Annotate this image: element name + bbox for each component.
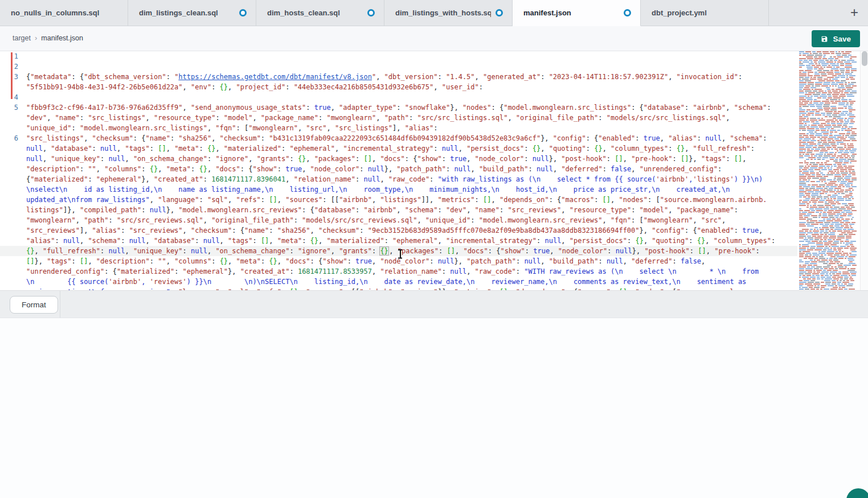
tab-unsaved-dot-icon[interactable] <box>624 9 631 17</box>
minimap-mark <box>842 174 847 175</box>
minimap-mark <box>799 67 802 68</box>
minimap-mark <box>850 58 852 59</box>
tab-unsaved-dot-icon[interactable] <box>367 9 375 17</box>
minimap-mark <box>814 203 816 204</box>
minimap-mark <box>826 72 833 73</box>
minimap-mark <box>815 84 822 85</box>
minimap-mark <box>828 138 833 139</box>
minimap-mark <box>843 213 847 215</box>
token: "docs" <box>380 155 404 163</box>
token: : <box>442 155 450 163</box>
minimap-mark <box>812 253 817 254</box>
minimap-mark <box>829 116 832 117</box>
tab-unsaved-dot-icon[interactable] <box>496 9 503 17</box>
minimap-mark <box>841 207 845 208</box>
minimap-mark <box>809 287 813 288</box>
line-number <box>0 154 26 164</box>
code-row-text: null, "database": null, "tags": [], "met… <box>26 143 755 154</box>
minimap-mark <box>820 178 826 179</box>
minimap-mark <box>802 130 806 131</box>
minimap-mark <box>799 89 802 90</box>
minimap-mark <box>827 212 832 213</box>
minimap-mark <box>804 160 806 162</box>
token: [] <box>734 155 742 163</box>
minimap-mark <box>811 198 815 199</box>
scrollbar-thumb[interactable] <box>862 51 867 66</box>
minimap-mark <box>841 261 848 262</box>
minimap-mark <box>836 217 838 218</box>
save-button[interactable]: Save <box>812 30 860 47</box>
minimap-mark <box>806 67 813 68</box>
token: : <box>685 104 693 112</box>
minimap-mark <box>816 133 822 134</box>
token: "models/src/src_listings.sql" <box>607 114 726 122</box>
format-button[interactable]: Format <box>10 296 58 314</box>
minimap-mark <box>821 113 825 114</box>
minimap-mark <box>799 60 803 61</box>
minimap-mark <box>840 65 844 66</box>
minimap-mark <box>838 131 842 133</box>
token: "show" <box>417 155 441 163</box>
minimap-mark <box>839 268 846 269</box>
minimap-mark <box>810 77 812 78</box>
minimap-mark <box>799 145 805 146</box>
minimap-mark <box>824 268 828 269</box>
minimap-mark <box>805 97 812 98</box>
tab-dim-hosts-clean-sql[interactable]: dim_hosts_clean.sql <box>256 0 384 26</box>
minimap-mark <box>832 246 839 247</box>
minimap-mark <box>826 186 829 187</box>
token: "" <box>88 165 96 173</box>
token: : <box>183 247 191 255</box>
minimap-mark <box>832 125 836 126</box>
minimap-mark <box>849 253 851 254</box>
minimap-mark <box>837 190 839 191</box>
token: "unique_key" <box>133 247 183 255</box>
minimap-mark <box>805 237 806 238</box>
minimap[interactable] <box>797 51 857 290</box>
tab-manifest-json[interactable]: manifest.json <box>513 0 641 26</box>
tab-unsaved-dot-icon[interactable] <box>239 9 247 17</box>
minimap-mark <box>805 85 810 87</box>
minimap-mark <box>851 186 857 187</box>
minimap-mark <box>821 63 829 64</box>
line-number <box>0 266 26 277</box>
token: : <box>672 155 680 163</box>
token: : [[ <box>322 196 339 204</box>
minimap-mark <box>841 154 848 155</box>
tab-dim-listings-clean-sql[interactable]: dim_listings_clean.sql <box>128 0 256 26</box>
tab-dbt-project-yml[interactable]: dbt_project.yml <box>641 0 769 26</box>
new-tab-button[interactable]: + <box>845 3 863 22</box>
minimap-mark <box>830 133 832 134</box>
tab-no-nulls-in-columns-sql[interactable]: no_nulls_in_columns.sql <box>0 0 128 26</box>
minimap-mark <box>803 131 808 133</box>
minimap-mark <box>844 248 849 249</box>
minimap-mark <box>823 263 828 264</box>
token: "send_anonymous_usage_stats" <box>191 104 306 112</box>
minimap-mark <box>813 101 821 102</box>
minimap-mark <box>833 179 836 180</box>
tab-dim-listings-with-hosts-sql[interactable]: dim_listings_with_hosts.sql <box>384 0 513 26</box>
save-floppy-icon <box>821 35 828 43</box>
token: : <box>121 227 129 234</box>
minimap-mark <box>812 114 814 116</box>
minimap-mark <box>807 118 809 119</box>
code-editor[interactable]: 123{"metadata": {"dbt_schema_version": "… <box>0 51 797 290</box>
minimap-mark <box>839 149 845 150</box>
minimap-mark <box>816 128 819 129</box>
minimap-mark <box>845 142 851 143</box>
minimap-mark <box>799 183 806 184</box>
minimap-mark <box>828 65 830 66</box>
minimap-mark <box>809 208 814 209</box>
minimap-mark <box>850 162 851 163</box>
minimap-mark <box>799 68 806 69</box>
minimap-mark <box>850 143 853 145</box>
minimap-mark <box>815 191 821 192</box>
code-row-text: updated_at\nfrom raw_listings", "languag… <box>26 195 767 205</box>
minimap-mark <box>849 116 855 117</box>
minimap-mark <box>840 143 846 145</box>
token: , <box>318 237 326 245</box>
minimap-mark <box>837 55 841 56</box>
vertical-scrollbar[interactable] <box>860 51 868 290</box>
token: "mwonglearn" <box>26 216 76 224</box>
code-row-text: "unique_id": "model.mwonglearn.src_listi… <box>26 123 438 133</box>
